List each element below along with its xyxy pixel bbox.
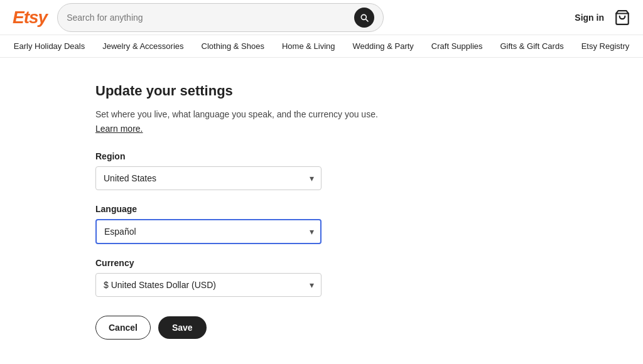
nav-item-craft[interactable]: Craft Supplies	[431, 41, 483, 51]
language-select-wrapper: Español	[95, 219, 322, 244]
region-group: Region United States	[95, 151, 548, 190]
nav-item-early-holiday-deals[interactable]: Early Holiday Deals	[14, 41, 85, 51]
currency-group: Currency $ United States Dollar (USD)	[95, 258, 548, 297]
sign-in-button[interactable]: Sign in	[575, 13, 604, 23]
region-select-wrapper: United States	[95, 166, 322, 190]
region-label: Region	[95, 151, 548, 161]
search-input[interactable]	[67, 13, 354, 23]
form-buttons: Cancel Save	[95, 316, 548, 340]
region-select[interactable]: United States	[95, 166, 322, 190]
main-content: Update your settings Set where you live,…	[0, 58, 643, 364]
nav-item-registry[interactable]: Etsy Registry	[581, 41, 630, 51]
etsy-logo: Etsy	[13, 8, 47, 28]
language-select[interactable]: Español	[95, 219, 322, 244]
currency-label: Currency	[95, 258, 548, 268]
save-button[interactable]: Save	[158, 316, 207, 339]
page-title: Update your settings	[95, 83, 548, 99]
header-actions: Sign in	[575, 9, 630, 26]
cart-icon[interactable]	[614, 9, 630, 26]
search-icon	[359, 13, 369, 23]
main-nav: Early Holiday Deals Jewelry & Accessorie…	[0, 35, 643, 58]
search-button[interactable]	[354, 8, 374, 28]
page-description: Set where you live, what language you sp…	[95, 108, 548, 121]
currency-select-wrapper: $ United States Dollar (USD)	[95, 273, 322, 297]
language-group: Language Español	[95, 204, 548, 244]
nav-item-jewelry[interactable]: Jewelry & Accessories	[102, 41, 183, 51]
search-bar	[57, 3, 384, 32]
nav-item-wedding[interactable]: Wedding & Party	[353, 41, 414, 51]
nav-item-home[interactable]: Home & Living	[282, 41, 335, 51]
nav-item-clothing[interactable]: Clothing & Shoes	[202, 41, 264, 51]
language-label: Language	[95, 204, 548, 214]
header: Etsy Sign in	[0, 0, 643, 35]
cancel-button[interactable]: Cancel	[95, 316, 151, 340]
learn-more-link[interactable]: Learn more.	[95, 124, 143, 134]
nav-item-gifts[interactable]: Gifts & Gift Cards	[500, 41, 564, 51]
currency-select[interactable]: $ United States Dollar (USD)	[95, 273, 322, 297]
